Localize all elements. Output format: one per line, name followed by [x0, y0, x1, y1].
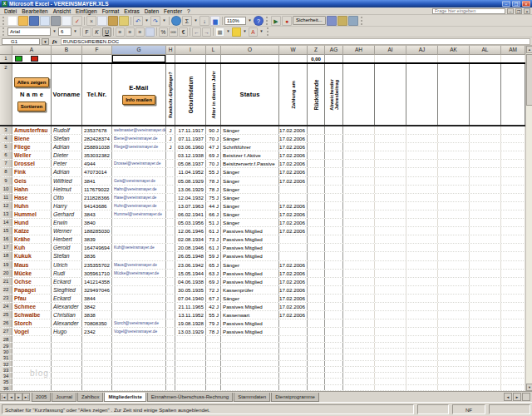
cell-name[interactable]	[12, 354, 52, 359]
cell[interactable]	[343, 336, 375, 341]
cell[interactable]	[343, 64, 375, 125]
cell-name[interactable]: Weller	[12, 151, 52, 159]
cell-alter[interactable]: 47 J	[206, 143, 221, 151]
cell-vorname[interactable]	[52, 367, 82, 372]
cell-alter[interactable]: 78 J	[206, 177, 221, 185]
cell-rueckstaende[interactable]	[308, 385, 325, 390]
cell-name[interactable]: Maus	[12, 261, 52, 269]
cell-zahlung-am[interactable]: 17.02.2006	[279, 143, 308, 151]
cell-abweichender-jahresbeitrag[interactable]	[325, 361, 343, 366]
cell[interactable]	[501, 135, 525, 142]
cell[interactable]	[343, 311, 375, 319]
cell-abweichender-jahresbeitrag[interactable]	[325, 354, 343, 359]
cell-vorname[interactable]: Peter	[52, 160, 82, 167]
cell[interactable]	[375, 328, 406, 335]
cell-rueckstaende[interactable]	[308, 151, 325, 159]
cell[interactable]	[406, 367, 438, 372]
cell-rueckstaende[interactable]	[308, 252, 325, 260]
close-button[interactable]: ×	[522, 1, 530, 7]
cell-rueckstaende[interactable]	[308, 219, 325, 226]
cell[interactable]	[375, 361, 406, 366]
cell[interactable]	[438, 278, 470, 285]
row-header[interactable]: 23	[0, 295, 12, 302]
cell-abweichender-jahresbeitrag[interactable]	[325, 379, 343, 384]
cell-name[interactable]	[12, 343, 52, 348]
cell[interactable]	[501, 336, 525, 341]
cell[interactable]	[406, 168, 438, 176]
cell-abweichender-jahresbeitrag[interactable]	[325, 367, 343, 372]
cell[interactable]	[501, 126, 525, 134]
cell-telnr[interactable]: 23537678	[82, 126, 112, 134]
cell-email[interactable]: Vogel@vereinsmayer.de	[112, 328, 166, 335]
cell-alter[interactable]: 55 J	[206, 311, 221, 319]
cell-alter[interactable]: 70 J	[206, 160, 221, 167]
cell[interactable]	[470, 55, 501, 62]
cell[interactable]	[406, 349, 438, 354]
cell[interactable]	[470, 373, 501, 378]
cell[interactable]	[470, 194, 501, 201]
toolbar-grip[interactable]	[266, 17, 268, 25]
vertical-scrollbar[interactable]: ▲ ▼	[525, 46, 532, 391]
cell[interactable]	[470, 367, 501, 372]
cell-email[interactable]	[112, 303, 166, 310]
cell[interactable]	[501, 143, 525, 151]
scroll-down-icon[interactable]: ▼	[526, 384, 532, 391]
cell-zahlung-am[interactable]: 17.02.2006	[279, 227, 308, 235]
cell-name[interactable]: Kukuk	[12, 252, 52, 260]
row-header[interactable]: 30	[0, 349, 12, 354]
cell-email[interactable]	[112, 151, 166, 159]
cell-vorname[interactable]	[52, 373, 82, 378]
cell[interactable]	[343, 135, 375, 142]
dropdown-arrow-icon[interactable]: ▼	[52, 27, 57, 36]
cell-rueckstaende[interactable]	[308, 270, 325, 277]
cell-alter[interactable]	[206, 354, 221, 359]
row-header[interactable]: 34	[0, 373, 12, 378]
cell[interactable]	[343, 303, 375, 310]
tab-stammdaten[interactable]: Stammdaten	[234, 393, 270, 402]
cell[interactable]	[470, 126, 501, 134]
cell-rundschreiben-empfaenger[interactable]	[166, 343, 175, 348]
cell-abweichender-jahresbeitrag[interactable]	[325, 135, 343, 142]
cell[interactable]	[406, 126, 438, 134]
cell[interactable]	[438, 235, 470, 243]
run-macro-icon[interactable]: ▶	[271, 16, 281, 26]
cell[interactable]	[501, 349, 525, 354]
cell-rundschreiben-empfaenger[interactable]	[166, 235, 175, 243]
cell[interactable]	[343, 126, 375, 134]
cell-abweichender-jahresbeitrag[interactable]	[325, 227, 343, 235]
cell[interactable]	[375, 385, 406, 390]
cell-abweichender-jahresbeitrag[interactable]	[325, 126, 343, 134]
cell[interactable]	[501, 328, 525, 335]
cell[interactable]	[375, 126, 406, 134]
cell-status[interactable]	[221, 361, 279, 366]
cell[interactable]	[375, 202, 406, 210]
cell-status[interactable]: Kassenprüfer	[221, 286, 279, 294]
cell-vorname[interactable]	[52, 385, 82, 390]
cell-geburtsdatum[interactable]: 06.02.1941	[175, 210, 206, 218]
cell-telnr[interactable]: 3839	[82, 235, 112, 243]
tab-zahlbox[interactable]: Zahlbox	[77, 393, 103, 402]
cell-name[interactable]: Huhn	[12, 202, 52, 210]
cell[interactable]	[438, 135, 470, 142]
cell-geburtsdatum[interactable]: 12.06.1946	[175, 227, 206, 235]
cell-alter[interactable]: 61 J	[206, 244, 221, 251]
cell-status[interactable]: Sänger	[221, 126, 279, 134]
column-header-A[interactable]: A	[12, 46, 52, 55]
cell[interactable]	[470, 311, 501, 319]
cell-rueckstaende[interactable]	[308, 235, 325, 243]
cell[interactable]	[501, 55, 525, 62]
cell-vorname[interactable]: Eckard	[52, 295, 82, 302]
menu-daten[interactable]: Daten	[142, 8, 161, 14]
cell[interactable]	[343, 343, 375, 348]
cell-status[interactable]: Sänger	[221, 168, 279, 176]
insert-hyperlink-icon[interactable]	[171, 16, 181, 26]
cell[interactable]	[406, 143, 438, 151]
security-button[interactable]: Sicherheit...	[293, 16, 326, 25]
cell-geburtsdatum[interactable]	[175, 349, 206, 354]
cell-rundschreiben-empfaenger[interactable]	[166, 177, 175, 185]
cell[interactable]	[470, 235, 501, 243]
fill-color-icon[interactable]	[232, 27, 241, 37]
cell-telnr[interactable]: 3841	[82, 177, 112, 185]
cell-alter[interactable]: 65 J	[206, 261, 221, 269]
cell[interactable]	[470, 64, 501, 125]
